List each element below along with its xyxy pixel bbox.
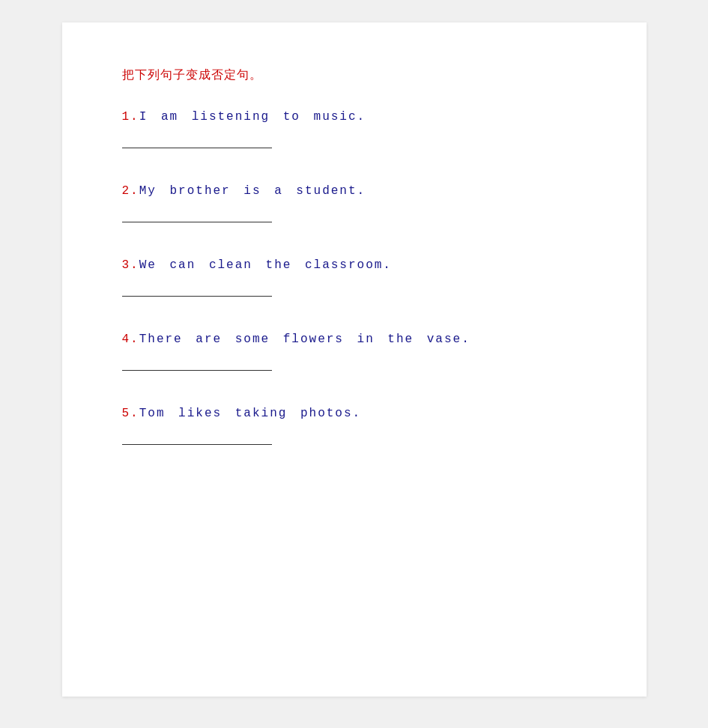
question-sentence-4: There are some flowers in the vase.: [139, 333, 471, 346]
question-block-3: 3.We can clean the classroom.: [122, 258, 587, 297]
answer-line-4: [122, 370, 272, 371]
question-text-4: 4.There are some flowers in the vase.: [122, 333, 587, 346]
question-text-5: 5.Tom likes taking photos.: [122, 407, 587, 420]
answer-line-2: [122, 222, 272, 222]
question-number-5: 5.: [122, 407, 139, 420]
answer-line-1: [122, 148, 272, 148]
instruction-text: 把下列句子变成否定句。: [122, 67, 587, 83]
question-text-2: 2.My brother is a student.: [122, 184, 587, 198]
question-number-1: 1.: [122, 110, 139, 124]
question-number-2: 2.: [122, 184, 139, 198]
question-number-3: 3.: [122, 258, 139, 272]
answer-line-5: [122, 444, 272, 445]
question-sentence-5: Tom likes taking photos.: [139, 407, 361, 420]
question-sentence-3: We can clean the classroom.: [139, 258, 392, 272]
question-sentence-1: I am listening to music.: [139, 110, 366, 124]
question-sentence-2: My brother is a student.: [139, 184, 366, 198]
answer-line-3: [122, 296, 272, 297]
page-container: 把下列句子变成否定句。 1.I am listening to music.2.…: [62, 22, 647, 697]
question-block-1: 1.I am listening to music.: [122, 110, 587, 148]
questions-container: 1.I am listening to music.2.My brother i…: [122, 110, 587, 445]
question-block-5: 5.Tom likes taking photos.: [122, 407, 587, 445]
question-block-4: 4.There are some flowers in the vase.: [122, 333, 587, 371]
question-block-2: 2.My brother is a student.: [122, 184, 587, 222]
question-text-1: 1.I am listening to music.: [122, 110, 587, 124]
question-text-3: 3.We can clean the classroom.: [122, 258, 587, 272]
question-number-4: 4.: [122, 333, 139, 346]
